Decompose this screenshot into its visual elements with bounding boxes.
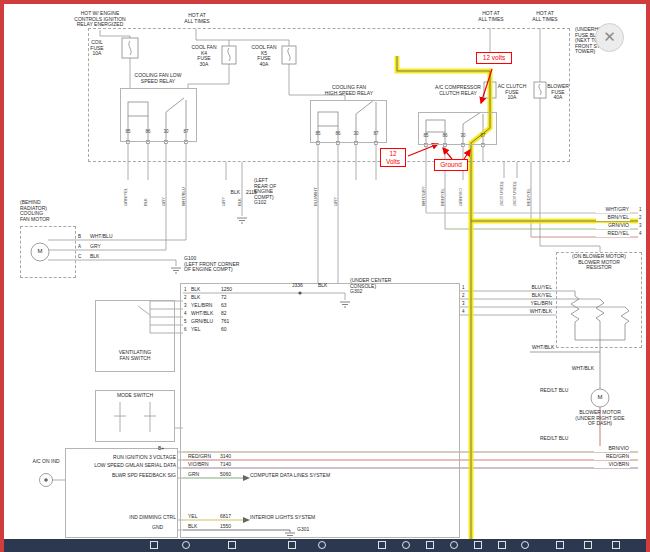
fan-motor-label: (BEHIND RADIATOR) COOLING FAN MOTOR [20,200,72,222]
motor-m: M [34,248,46,255]
bottom-toolbar [4,539,646,552]
wire-label: YEL [188,514,218,520]
signal-label: LOW SPEED GMLAN SERIAL DATA [66,463,176,469]
ground-label-g301: G301 [297,527,319,533]
toolbar-icon[interactable] [521,541,529,549]
circuit-number: 761 [221,319,239,325]
fuse-label-cool-fan-k4: COOL FAN K4 FUSE 30A [188,45,220,67]
fuse-label-coil: COIL FUSE 10A [84,40,110,57]
fuse-label-blower: BLOWER FUSE 40A [545,84,571,101]
power-label-hot-2: HOT AT ALL TIMES [475,11,507,22]
circuit-number: 6817 [220,514,240,520]
indicator-dot [44,478,48,482]
relay-pin: 30 [161,129,171,135]
toolbar-icon[interactable] [378,541,386,549]
pin-number: 1 [184,287,190,293]
fan-switch-box [95,300,175,372]
fuse-label-cool-fan-k5: COOL FAN K5 FUSE 40A [248,45,280,67]
wire-label: YEL/BRN [498,301,552,307]
bus-wire-label: WHT/GRY [422,164,429,206]
relay-label-ac-clutch: A/C COMPRESSOR CLUTCH RELAY [413,85,503,96]
toolbar-icon[interactable] [474,541,482,549]
wire-label: BLK [188,524,218,530]
row-number: 1 [639,207,645,213]
wire-label: VIO/BRN [594,462,630,468]
wire-label: BLK [224,190,240,196]
toolbar-icon[interactable] [498,541,506,549]
wire-label: BRN/YEL [596,215,630,221]
toolbar-icon[interactable] [612,541,620,549]
blower-motor-label: BLOWER MOTOR (UNDER RIGHT SIDE OF DASH) [568,410,632,427]
toolbar-icon[interactable] [228,541,236,549]
relay-pin: 85 [123,129,133,135]
signal-label: IND DIMMING CTRL [66,515,176,521]
toolbar-icon[interactable] [450,541,458,549]
toolbar-icon[interactable] [150,541,158,549]
ac-on-ind-label: A/C ON IND [24,459,68,465]
circuit-number: 72 [221,295,239,301]
pin-number: 1 [462,285,470,291]
toolbar-icon[interactable] [584,541,592,549]
relay-box-ac-clutch [418,112,497,145]
row-number: 3 [639,223,645,229]
signal-label: BLWR SPD FEEDBACK SIG [66,473,176,479]
wire-label: WHT/BLK [498,309,552,315]
relay-pin: 85 [313,131,323,137]
pin-number: 3 [184,303,190,309]
wire-label: BLK [318,283,332,289]
circuit-number: 5060 [220,472,240,478]
wire-label: BLK [90,254,120,260]
bus-wire-label: (NOT USED) [513,164,520,206]
relay-label-high-speed: COOLING FAN HIGH SPEED RELAY [306,85,392,96]
wiring-diagram-viewer: HOT W/ ENGINE CONTROLS IGNITION RELAY EN… [0,0,650,552]
toolbar-icon[interactable] [318,541,326,549]
circuit-number: 1550 [220,524,240,530]
pin-number: 6 [184,327,190,333]
wire-label: YEL [191,327,219,333]
wire-label: RED/GRN [594,454,630,460]
power-label-ignition: HOT W/ ENGINE CONTROLS IGNITION RELAY EN… [60,11,140,28]
wire-label: WHT/BLK [560,366,594,372]
wire-label: WHT/GRY [596,207,630,213]
bus-wire-label: RED/YEL [527,164,534,206]
bus-wire-label: WHT/BLU [182,164,189,206]
b-plus-label: B+ [158,446,172,452]
system-link-computer-data: COMPUTER DATA LINES SYSTEM [250,473,370,479]
motor-m: M [594,394,606,401]
circuit-number: 1250 [221,287,239,293]
wire-label: BLU/YEL [498,285,552,291]
relay-pin: 85 [421,133,431,139]
terminal-letter: C [78,254,85,260]
wire-label: RED/LT BLU [540,388,580,394]
power-label-hot-1: HOT AT ALL TIMES [180,13,214,24]
toolbar-icon[interactable] [402,541,410,549]
circuit-number: 82 [221,311,239,317]
system-link-interior-lights: INTERIOR LIGHTS SYSTEM [250,515,360,521]
annotation-12-volts-mid: 12 Volts [380,148,406,167]
toolbar-icon[interactable] [288,541,296,549]
pin-number: 3 [462,301,470,307]
wire-label: RED/GRN [188,454,218,460]
wire-label: RED/LT BLU [540,436,580,442]
bus-wire-label: BLU/WHT [314,164,321,206]
toolbar-icon[interactable] [182,541,190,549]
terminal-letter: A [78,244,85,250]
fan-motor-box [20,226,76,278]
wire-label: GRN/BLU [191,319,219,325]
bus-wire-label: GRY [334,164,341,206]
bus-wire-label: GRY [162,164,169,206]
junction-label-j336: J336 [292,283,310,289]
toolbar-icon[interactable] [426,541,434,549]
wire-label: GRY [90,244,120,250]
wire-label: BLK/YEL [498,293,552,299]
circuit-number: 3140 [220,454,240,460]
bus-wire-label: (NOT USED) [500,164,507,206]
relay-pin: 87 [478,133,488,139]
terminal-letter: B [78,234,85,240]
toolbar-icon[interactable] [556,541,564,549]
wire-label: RED/YEL [596,231,630,237]
close-button[interactable]: ✕ [595,23,624,52]
wire-label: WHT/BLK [191,311,219,317]
annotation-ground: Ground [434,159,468,171]
pin-number: 2 [462,293,470,299]
